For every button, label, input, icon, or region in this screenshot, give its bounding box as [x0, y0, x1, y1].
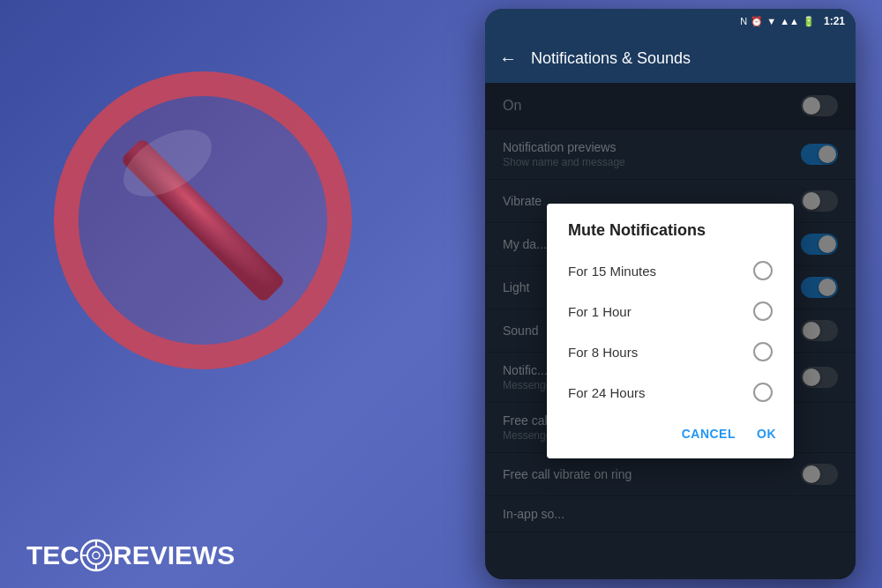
radio-8hours[interactable]	[753, 342, 773, 361]
watermark-logo-icon	[79, 539, 113, 572]
dialog-actions: CANCEL OK	[547, 413, 794, 458]
status-time: 1:21	[824, 15, 845, 27]
status-icons: N ⏰ ▼ ▲▲ 🔋	[740, 16, 815, 27]
watermark-tec: TEC	[26, 540, 79, 570]
radio-24hours[interactable]	[753, 383, 773, 402]
settings-content: On Notification previews Show name and m…	[485, 83, 856, 579]
ok-button[interactable]: OK	[753, 420, 780, 448]
phone-frame: N ⏰ ▼ ▲▲ 🔋 1:21 ← Notifications & Sounds…	[485, 9, 856, 579]
option-1hour-label: For 1 Hour	[568, 304, 632, 319]
dialog-title: Mute Notifications	[547, 204, 794, 250]
status-bar: N ⏰ ▼ ▲▲ 🔋 1:21	[485, 9, 856, 33]
top-bar: ← Notifications & Sounds	[485, 33, 856, 83]
mute-dialog: Mute Notifications For 15 Minutes For 1 …	[547, 204, 794, 458]
wifi-icon: ▼	[766, 16, 776, 26]
nfc-icon: N	[740, 16, 747, 26]
watermark-reviews: REVIEWS	[113, 540, 235, 570]
radio-15min[interactable]	[753, 261, 773, 280]
back-button[interactable]: ←	[499, 48, 517, 69]
option-15min[interactable]: For 15 Minutes	[568, 250, 773, 291]
option-24hours-label: For 24 Hours	[568, 385, 646, 400]
option-24hours[interactable]: For 24 Hours	[568, 372, 773, 413]
dialog-options: For 15 Minutes For 1 Hour For 8 Hours Fo…	[547, 250, 794, 413]
option-1hour[interactable]: For 1 Hour	[568, 291, 773, 331]
option-15min-label: For 15 Minutes	[568, 264, 656, 279]
signal-icon: ▲▲	[780, 16, 799, 26]
option-8hours[interactable]: For 8 Hours	[568, 331, 773, 372]
svg-point-6	[93, 552, 100, 559]
no-entry-icon	[53, 71, 353, 370]
radio-1hour[interactable]	[753, 301, 773, 321]
alarm-icon: ⏰	[751, 16, 763, 27]
screen-title: Notifications & Sounds	[531, 49, 841, 68]
watermark: TEC REVIEWS	[26, 539, 235, 572]
option-8hours-label: For 8 Hours	[568, 345, 638, 360]
dialog-overlay: Mute Notifications For 15 Minutes For 1 …	[485, 83, 856, 579]
cancel-button[interactable]: CANCEL	[678, 420, 739, 448]
svg-point-5	[87, 547, 105, 564]
battery-icon: 🔋	[803, 16, 815, 27]
